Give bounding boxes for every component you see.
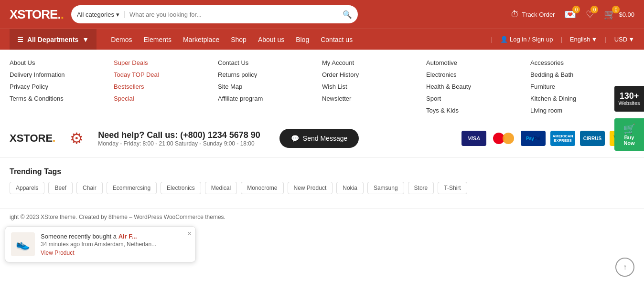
tag-chair[interactable]: Chair — [76, 182, 103, 194]
navbar: ☰ All Departments ▼ Demos Elements Marke… — [0, 29, 644, 50]
link-sport[interactable]: Sport — [426, 95, 530, 102]
link-toys-kids[interactable]: Toys & Kids — [426, 107, 530, 114]
wishlist-badge: 0 — [590, 6, 598, 13]
header-actions: ⏱ Track Order 💌 0 ♡ 0 🛒 0 $0.00 — [511, 9, 634, 20]
tag-tshirt[interactable]: T-Shirt — [438, 182, 467, 194]
logo: XSTORE.. — [10, 7, 64, 22]
nav-contact[interactable]: Contact us — [321, 36, 353, 43]
link-contact-us[interactable]: Contact Us — [218, 59, 322, 66]
chevron-down-icon: ▼ — [591, 36, 597, 43]
footer-logo: XSTORE. — [10, 132, 55, 145]
tag-samsung[interactable]: Samsung — [367, 182, 404, 194]
link-affiliate[interactable]: Affiliate program — [218, 95, 322, 102]
tag-electronics[interactable]: Electronics — [161, 182, 201, 194]
websites-count: 130+ — [618, 92, 640, 100]
nav-blog[interactable]: Blog — [296, 36, 309, 43]
trending-section: Trending Tags Apparels Beef Chair Ecomme… — [0, 158, 644, 199]
link-about-us[interactable]: About Us — [10, 59, 114, 66]
link-terms[interactable]: Terms & Conditions — [10, 95, 114, 102]
nav-demos[interactable]: Demos — [111, 36, 132, 43]
support-icon: ⚙ — [70, 129, 84, 147]
float-130-websites[interactable]: 130+ Websites — [614, 86, 644, 112]
float-buy-now[interactable]: 🛒 Buy Now — [614, 118, 644, 151]
nav-elements[interactable]: Elements — [144, 36, 172, 43]
links-col-3: Contact Us Returns policy Site Map Affil… — [218, 59, 322, 114]
cart-icon: 🛒 — [618, 123, 640, 135]
nav-separator: | — [491, 36, 493, 43]
link-bedding-bath[interactable]: Bedding & Bath — [530, 71, 634, 78]
link-returns[interactable]: Returns policy — [218, 71, 322, 78]
nav-links: Demos Elements Marketplace Shop About us… — [111, 36, 353, 43]
payment-mastercard — [491, 131, 516, 146]
hamburger-icon: ☰ — [17, 36, 23, 43]
tag-monocrome[interactable]: Monocrome — [241, 182, 283, 194]
link-health-beauty[interactable]: Health & Beauty — [426, 83, 530, 90]
trending-tags-list: Apparels Beef Chair Ecommercsing Electro… — [10, 182, 634, 194]
footer-help-title: Need help? Call us: (+800) 1234 5678 90 — [98, 130, 260, 140]
payment-methods: VISA PayPal AMERICANEXPRESS CIRRUS WESTE… — [462, 131, 634, 146]
wishlist-icon-wrapper[interactable]: ♡ 0 — [586, 9, 594, 20]
cart-price: $0.00 — [619, 11, 634, 18]
user-icon: 👤 — [500, 36, 508, 43]
links-col-1: About Us Delivery Information Privacy Po… — [10, 59, 114, 114]
language-select[interactable]: English ▼ — [570, 36, 598, 43]
header: XSTORE.. All categories ▾ 🔍 ⏱ Track Orde… — [0, 0, 644, 29]
category-dropdown[interactable]: All categories ▾ — [77, 11, 125, 18]
payment-paypal: PayPal — [521, 131, 546, 146]
link-automotive[interactable]: Automotive — [426, 59, 530, 66]
link-order-history[interactable]: Order History — [322, 71, 426, 78]
tag-ecommercsing[interactable]: Ecommercsing — [107, 182, 157, 194]
link-sitemap[interactable]: Site Map — [218, 83, 322, 90]
all-departments-btn[interactable]: ☰ All Departments ▼ — [10, 29, 97, 50]
messages-icon-wrapper[interactable]: 💌 0 — [564, 9, 576, 20]
nav-separator3: | — [605, 36, 606, 43]
websites-label: Websites — [618, 100, 640, 106]
link-privacy[interactable]: Privacy Policy — [10, 83, 114, 90]
link-today-top[interactable]: Today TOP Deal — [114, 71, 218, 78]
messages-badge: 0 — [572, 6, 580, 13]
login-link[interactable]: 👤 Log in / Sign up — [500, 36, 553, 43]
buy-now-label: Buy Now — [618, 135, 640, 146]
links-col-5: Automotive Electronics Health & Beauty S… — [426, 59, 530, 114]
cart-icon-wrapper[interactable]: 🛒 0 $0.00 — [604, 9, 634, 20]
link-delivery[interactable]: Delivery Information — [10, 71, 114, 78]
payment-visa: VISA — [462, 131, 486, 146]
link-wish-list[interactable]: Wish List — [322, 83, 426, 90]
footer-info: XSTORE. ⚙ Need help? Call us: (+800) 123… — [0, 119, 644, 158]
currency-select[interactable]: USD ▼ — [614, 36, 634, 43]
nav-marketplace[interactable]: Marketplace — [183, 36, 219, 43]
copyright-text: ight © 2023 XStore theme. Created by 8th… — [10, 214, 225, 220]
tag-medical[interactable]: Medical — [205, 182, 237, 194]
tag-nokia[interactable]: Nokia — [336, 182, 364, 194]
footer-help-hours: Monday - Friday: 8:00 - 21:00 Saturday -… — [98, 140, 260, 147]
chevron-down-icon: ▼ — [628, 36, 634, 43]
tag-beef[interactable]: Beef — [48, 182, 73, 194]
link-my-account[interactable]: My Account — [322, 59, 426, 66]
links-col-2: Super Deals Today TOP Deal Bestsellers S… — [114, 59, 218, 114]
clock-icon: ⏱ — [511, 10, 519, 20]
tag-new-product[interactable]: New Product — [288, 182, 333, 194]
link-electronics[interactable]: Electronics — [426, 71, 530, 78]
nav-shop[interactable]: Shop — [231, 36, 247, 43]
nav-about[interactable]: About us — [258, 36, 284, 43]
link-newsletter[interactable]: Newsletter — [322, 95, 426, 102]
trending-title: Trending Tags — [10, 167, 634, 176]
copyright-bar: ight © 2023 XStore theme. Created by 8th… — [0, 208, 644, 225]
nav-separator2: | — [560, 36, 562, 43]
link-bestsellers[interactable]: Bestsellers — [114, 83, 218, 90]
payment-cirrus: CIRRUS — [580, 131, 605, 146]
send-message-button[interactable]: 💬 Send Message — [279, 129, 359, 148]
payment-amex: AMERICANEXPRESS — [550, 131, 575, 146]
tag-store[interactable]: Store — [408, 182, 434, 194]
link-super-deals[interactable]: Super Deals — [114, 59, 218, 66]
search-button[interactable]: 🔍 — [343, 10, 352, 19]
search-input[interactable] — [129, 11, 343, 18]
nav-right: | 👤 Log in / Sign up | English ▼ | USD ▼ — [491, 36, 634, 43]
links-col-4: My Account Order History Wish List Newsl… — [322, 59, 426, 114]
link-special[interactable]: Special — [114, 95, 218, 102]
link-accessories[interactable]: Accessories — [530, 59, 634, 66]
track-order[interactable]: ⏱ Track Order — [511, 10, 555, 20]
chevron-down-icon: ▾ — [116, 11, 119, 18]
tag-apparels[interactable]: Apparels — [10, 182, 44, 194]
footer-help-content: Need help? Call us: (+800) 1234 5678 90 … — [98, 130, 260, 147]
